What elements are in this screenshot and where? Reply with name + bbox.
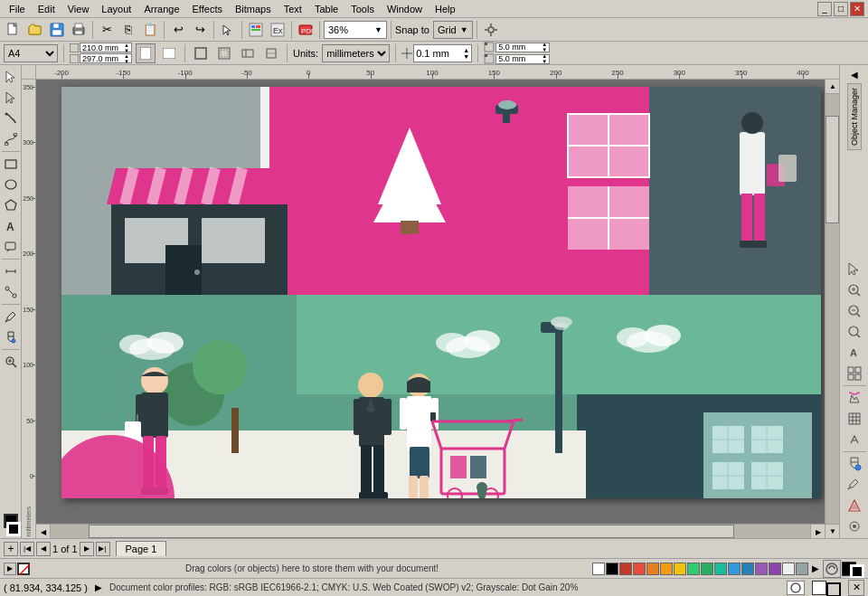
portrait-button[interactable]	[136, 43, 156, 63]
export-button[interactable]: Ex	[268, 20, 288, 40]
window-close[interactable]: ✕	[850, 2, 864, 16]
new-button[interactable]	[4, 20, 24, 40]
play-button[interactable]: ▶	[4, 563, 16, 575]
rp-tool-13[interactable]	[842, 516, 867, 536]
page-scale-btn[interactable]	[238, 43, 258, 63]
copy-button[interactable]: ⎘	[118, 20, 138, 40]
page-width-input[interactable]: 210.0 mm ▲ ▼	[80, 43, 132, 52]
import-button[interactable]	[246, 20, 266, 40]
snap-dropdown[interactable]: Grid▼	[433, 21, 473, 39]
add-page-btn[interactable]: +	[4, 542, 18, 556]
rp-tool-11[interactable]	[842, 475, 867, 495]
menu-item-effects[interactable]: Effects	[187, 2, 228, 16]
prev-page-btn[interactable]: ◀	[36, 542, 51, 556]
rect-tool-btn[interactable]	[1, 154, 21, 174]
page-size-select[interactable]: A4	[4, 44, 58, 62]
color-swatch-0[interactable]	[592, 563, 605, 575]
color-swatch-13[interactable]	[769, 563, 781, 575]
color-swatch-5[interactable]	[660, 563, 673, 575]
color-swatch-1[interactable]	[606, 563, 618, 575]
dimension-tool-btn[interactable]	[1, 261, 21, 281]
rp-tool-3[interactable]	[842, 301, 867, 321]
options-button[interactable]	[481, 20, 501, 40]
polygon-tool-btn[interactable]	[1, 195, 21, 215]
pos-x-input[interactable]: 5.0 mm ▲ ▼	[495, 43, 550, 52]
v-scroll-track[interactable]	[826, 94, 839, 524]
menu-item-layout[interactable]: Layout	[96, 2, 137, 16]
color-swatch-6[interactable]	[674, 563, 686, 575]
publish-button[interactable]: PDF	[296, 20, 316, 40]
color-indicator-area[interactable]	[787, 581, 805, 595]
ellipse-tool-btn[interactable]	[1, 175, 21, 194]
nudge-input[interactable]: 0.1 mm ▲ ▼	[413, 44, 472, 62]
cut-button[interactable]: ✂	[97, 20, 117, 40]
menu-item-bitmaps[interactable]: Bitmaps	[230, 2, 277, 16]
select-tool-btn[interactable]	[1, 67, 21, 87]
first-page-btn[interactable]: |◀	[20, 542, 34, 556]
color-swatch-2[interactable]	[619, 563, 632, 575]
h-scroll-thumb[interactable]	[89, 525, 734, 538]
color-swatch-10[interactable]	[728, 563, 741, 575]
color-swatch-15[interactable]	[796, 563, 808, 575]
menu-item-table[interactable]: Table	[309, 2, 344, 16]
rp-tool-1[interactable]	[842, 260, 867, 279]
zoom-tool-btn[interactable]	[1, 352, 21, 372]
next-page-btn[interactable]: ▶	[80, 542, 94, 556]
color-swatch-3[interactable]	[633, 563, 646, 575]
subselect-tool-btn[interactable]	[1, 88, 21, 108]
bezier-tool-btn[interactable]	[1, 129, 21, 149]
v-scroll-down[interactable]: ▼	[826, 524, 839, 538]
menu-item-tools[interactable]: Tools	[345, 2, 380, 16]
panel-arrow-btn[interactable]: ◀	[842, 67, 867, 81]
fill-tool-btn[interactable]	[1, 327, 21, 347]
undo-button[interactable]: ↩	[168, 20, 188, 40]
color-swatch-7[interactable]	[687, 563, 700, 575]
page-height-input[interactable]: 297.0 mm ▲ ▼	[80, 53, 132, 63]
menu-item-text[interactable]: Text	[278, 2, 307, 16]
h-scroll-right[interactable]: ▶	[810, 525, 825, 538]
open-button[interactable]	[25, 20, 45, 40]
stroke-color-box[interactable]	[6, 522, 21, 536]
v-scroll-up[interactable]: ▲	[826, 80, 839, 94]
rp-tool-10[interactable]	[842, 454, 867, 474]
menu-item-window[interactable]: Window	[382, 2, 428, 16]
x-icon[interactable]: ✕	[848, 580, 864, 596]
text-tool-btn[interactable]: A	[1, 216, 21, 236]
menu-item-arrange[interactable]: Arrange	[138, 2, 184, 16]
rp-tool-7[interactable]	[842, 388, 867, 408]
page-bleed-btn[interactable]	[261, 43, 281, 63]
stroke-indicator[interactable]	[850, 564, 864, 579]
rp-tool-8[interactable]	[842, 409, 867, 429]
color-swatch-9[interactable]	[714, 563, 727, 575]
h-scroll-track[interactable]	[51, 525, 810, 538]
pos-y-input[interactable]: 5.0 mm ▲ ▼	[495, 54, 550, 64]
rp-tool-6[interactable]	[842, 364, 867, 383]
h-scroll-left[interactable]: ◀	[36, 525, 51, 538]
menu-item-file[interactable]: File	[4, 2, 31, 16]
stroke-box[interactable]	[826, 582, 841, 597]
page-tab[interactable]: Page 1	[116, 541, 167, 556]
canvas-viewport[interactable]	[36, 80, 825, 524]
freehand-tool-btn[interactable]	[1, 109, 21, 128]
color-swatch-4[interactable]	[646, 563, 659, 575]
menu-item-view[interactable]: View	[62, 2, 95, 16]
eyedropper-tool-btn[interactable]	[1, 307, 21, 326]
window-minimize[interactable]: _	[817, 2, 832, 16]
rp-tool-2[interactable]	[842, 280, 867, 300]
select-tool[interactable]	[218, 20, 238, 40]
zoom-input[interactable]: 36% ▼	[324, 21, 387, 39]
rp-tool-12[interactable]	[842, 496, 867, 516]
menu-item-edit[interactable]: Edit	[33, 2, 61, 16]
menu-item-help[interactable]: Help	[429, 2, 461, 16]
object-manager-tab[interactable]: Object Manager	[847, 83, 862, 150]
callout-tool-btn[interactable]	[1, 237, 21, 257]
rp-tool-5[interactable]: A	[842, 343, 867, 363]
paste-button[interactable]: 📋	[140, 20, 160, 40]
color-swatch-14[interactable]	[782, 563, 795, 575]
color-swatch-12[interactable]	[755, 563, 768, 575]
save-button[interactable]	[47, 20, 67, 40]
color-swatch-11[interactable]	[741, 563, 754, 575]
fill-box[interactable]	[812, 581, 826, 595]
page-border-btn1[interactable]	[191, 43, 211, 63]
rp-tool-4[interactable]	[842, 322, 867, 342]
